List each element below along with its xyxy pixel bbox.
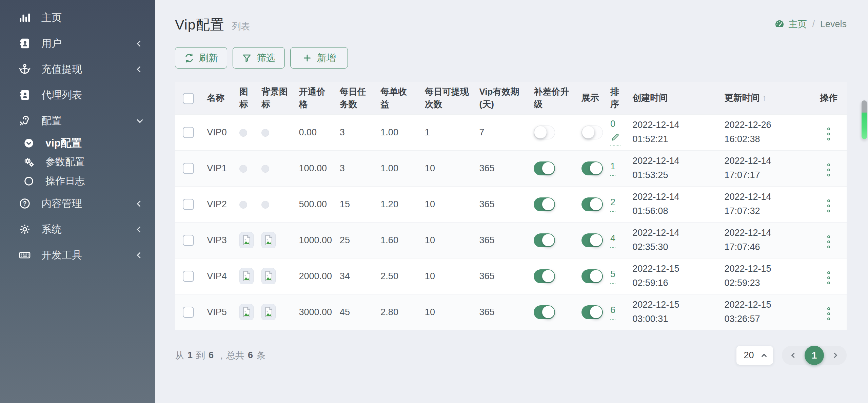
col-icon[interactable]: 图标 [234, 82, 256, 114]
col-upgrade[interactable]: 补差价升级 [528, 82, 576, 114]
col-daily-tasks[interactable]: 每日任务数 [334, 82, 375, 114]
toggle-knob [590, 234, 602, 246]
broken-image-icon [239, 268, 254, 284]
row-checkbox[interactable] [183, 307, 194, 318]
sidebar-item-home[interactable]: 主页 [0, 5, 155, 31]
row-checkbox[interactable] [183, 163, 194, 174]
row-checkbox[interactable] [183, 199, 194, 210]
sidebar-item-label: 代理列表 [41, 88, 82, 102]
upgrade-toggle[interactable] [534, 197, 555, 211]
sort-editable[interactable]: 2 [610, 197, 615, 212]
price-cell: 100.00 [293, 150, 334, 186]
updated-time: 2022-12-14 17:07:46 [724, 226, 787, 254]
row-actions-menu[interactable] [825, 197, 832, 214]
add-label: 新增 [317, 52, 336, 64]
table-card: 名称 图标 背景图标 开通价格 每日任务数 每单收益 每日可提现次数 Vip有效… [175, 82, 847, 330]
col-price[interactable]: 开通价格 [293, 82, 334, 114]
validity-cell: 365 [474, 186, 529, 222]
chevron-left-icon [137, 66, 143, 72]
breadcrumb-home-link[interactable]: 主页 [788, 18, 807, 30]
show-toggle[interactable] [581, 197, 603, 211]
col-sort[interactable]: 排序 [605, 82, 627, 114]
sidebar-item-content-mgmt[interactable]: ? 内容管理 [0, 191, 155, 216]
col-bg-icon[interactable]: 背景图标 [256, 82, 293, 114]
sidebar-item-dev-tools[interactable]: 开发工具 [0, 242, 155, 268]
row-checkbox[interactable] [183, 235, 194, 246]
withdrawals-cell: 10 [419, 150, 474, 186]
refresh-label: 刷新 [199, 52, 218, 64]
show-toggle[interactable] [581, 269, 603, 283]
row-checkbox[interactable] [183, 271, 194, 282]
image-placeholder-icon [239, 129, 247, 137]
next-page-button[interactable] [831, 351, 839, 359]
prev-page-button[interactable] [790, 351, 798, 359]
select-all-checkbox[interactable] [183, 93, 194, 104]
upgrade-toggle[interactable] [534, 269, 555, 283]
upgrade-toggle[interactable] [534, 126, 555, 139]
page-size-select[interactable]: 20 [736, 346, 773, 365]
upgrade-toggle[interactable] [534, 305, 555, 319]
gear-icon [17, 223, 33, 235]
income-cell: 2.80 [375, 294, 419, 330]
sidebar-item-param-config[interactable]: 参数配置 [0, 153, 155, 172]
sort-editable[interactable]: 4 [610, 233, 615, 248]
col-name[interactable]: 名称 [201, 82, 234, 114]
show-toggle[interactable] [581, 161, 603, 175]
add-button[interactable]: 新增 [290, 47, 348, 69]
sidebar-item-system[interactable]: 系统 [0, 216, 155, 242]
sidebar-item-recharge-withdraw[interactable]: 充值提现 [0, 56, 155, 82]
sort-editable[interactable]: 1 [610, 161, 615, 176]
withdrawals-cell: 10 [419, 258, 474, 294]
sidebar-item-vip-config[interactable]: vip配置 [0, 134, 155, 153]
sidebar-item-users[interactable]: 用户 [0, 31, 155, 56]
sidebar-item-operation-log[interactable]: 操作日志 [0, 172, 155, 191]
col-withdrawals[interactable]: 每日可提现次数 [419, 82, 474, 114]
row-actions-menu[interactable] [825, 305, 832, 322]
sort-editable[interactable]: 0 [610, 119, 620, 146]
sort-editable[interactable]: 6 [610, 305, 615, 320]
sidebar-item-label: 主页 [41, 11, 62, 25]
row-checkbox[interactable] [183, 127, 194, 138]
show-toggle[interactable] [581, 305, 603, 319]
toggle-knob [542, 162, 554, 174]
toggle-knob [542, 270, 554, 282]
row-actions-menu[interactable] [825, 161, 832, 178]
filter-button[interactable]: 筛选 [233, 47, 285, 69]
chevron-down-icon [137, 117, 143, 123]
toggle-knob [590, 198, 602, 210]
col-updated[interactable]: 更新时间 ↑ [719, 82, 811, 114]
upgrade-toggle[interactable] [534, 161, 555, 175]
vip-name: VIP3 [201, 222, 234, 258]
upgrade-toggle[interactable] [534, 233, 555, 247]
col-validity[interactable]: Vip有效期(天) [474, 82, 529, 114]
refresh-button[interactable]: 刷新 [175, 47, 227, 69]
col-income[interactable]: 每单收益 [375, 82, 419, 114]
income-cell: 1.20 [375, 186, 419, 222]
chevron-left-icon [137, 226, 143, 232]
toggle-knob [582, 126, 594, 138]
pencil-icon [610, 132, 620, 142]
current-page-button[interactable]: 1 [805, 346, 824, 365]
toolbar: 刷新 筛选 新增 [175, 47, 847, 69]
sidebar-item-agents[interactable]: 代理列表 [0, 82, 155, 108]
validity-cell: 365 [474, 222, 529, 258]
broken-image-icon [261, 232, 276, 248]
col-show[interactable]: 展示 [576, 82, 605, 114]
show-toggle[interactable] [581, 126, 603, 139]
sidebar-item-config[interactable]: 配置 [0, 108, 155, 134]
show-toggle[interactable] [581, 233, 603, 247]
chevron-up-icon [761, 354, 767, 359]
vertical-scrollbar-thumb[interactable] [862, 100, 867, 139]
page-title: Vip配置 [175, 16, 224, 34]
validity-cell: 365 [474, 150, 529, 186]
row-actions-menu[interactable] [825, 269, 832, 286]
row-actions-menu[interactable] [825, 233, 832, 250]
table-row: VIP2 500.00 15 1.20 10 365 2 2022-12-14 … [175, 186, 847, 222]
tasks-cell: 34 [334, 258, 375, 294]
price-cell: 3000.00 [293, 294, 334, 330]
row-actions-menu[interactable] [825, 126, 832, 142]
price-cell: 500.00 [293, 186, 334, 222]
created-time: 2022-12-14 01:52:21 [632, 118, 695, 147]
col-created[interactable]: 创建时间 [627, 82, 719, 114]
sort-editable[interactable]: 5 [610, 269, 615, 284]
